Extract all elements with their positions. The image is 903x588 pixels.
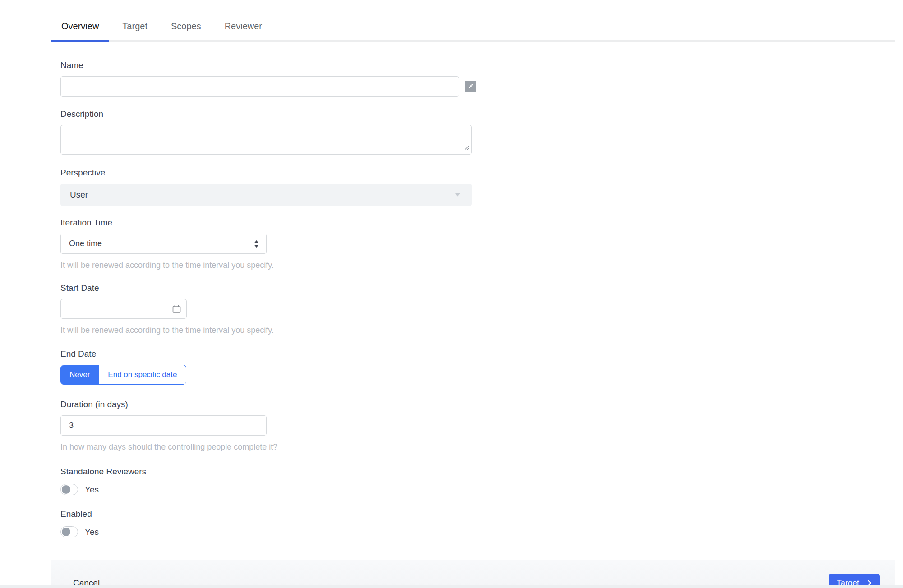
iteration-time-label: Iteration Time [60, 218, 903, 228]
standalone-reviewers-label: Standalone Reviewers [60, 467, 903, 477]
start-date-wrap [60, 299, 187, 319]
name-input[interactable] [60, 76, 459, 97]
edit-name-button[interactable] [465, 81, 476, 92]
name-row [60, 76, 903, 97]
perspective-label: Perspective [60, 168, 903, 178]
start-date-label: Start Date [60, 283, 903, 293]
enabled-row: Yes [60, 526, 903, 537]
up-down-stepper-icon [253, 240, 259, 248]
tab-target[interactable]: Target [112, 15, 157, 40]
tab-bar: Overview Target Scopes Reviewer [51, 15, 895, 42]
calendar-icon[interactable] [171, 304, 182, 314]
enabled-toggle-label: Yes [85, 527, 99, 537]
start-date-input[interactable] [60, 299, 187, 319]
standalone-reviewers-row: Yes [60, 484, 903, 495]
resize-handle-icon[interactable] [464, 144, 470, 152]
tab-overview[interactable]: Overview [51, 15, 109, 40]
name-label: Name [60, 60, 903, 70]
toggle-knob [62, 528, 70, 536]
toggle-knob [62, 485, 70, 494]
iteration-time-helper: It will be renewed according to the time… [60, 261, 903, 270]
end-date-label: End Date [60, 349, 903, 359]
enabled-toggle[interactable] [60, 526, 78, 537]
tab-reviewer[interactable]: Reviewer [215, 15, 272, 40]
description-textarea[interactable] [60, 125, 472, 155]
standalone-reviewers-toggle-label: Yes [85, 485, 99, 495]
form-footer: Cancel Target [51, 560, 895, 588]
review-form-page: Overview Target Scopes Reviewer Name Des… [0, 15, 903, 588]
form-content: Name Description [60, 60, 903, 537]
description-wrap [60, 125, 472, 155]
end-date-option-specific[interactable]: End on specific date [98, 365, 186, 384]
duration-input[interactable] [60, 415, 267, 436]
end-date-option-never[interactable]: Never [61, 365, 98, 384]
iteration-time-selected-value: One time [69, 239, 102, 248]
end-date-segmented-control: Never End on specific date [60, 365, 186, 385]
iteration-time-select[interactable]: One time [60, 234, 267, 254]
tab-scopes[interactable]: Scopes [161, 15, 211, 40]
description-label: Description [60, 109, 903, 119]
perspective-selected-value: User [70, 190, 88, 200]
standalone-reviewers-toggle[interactable] [60, 484, 78, 495]
pencil-icon [467, 83, 474, 90]
perspective-select[interactable]: User [60, 184, 472, 206]
duration-helper: In how many days should the controlling … [60, 442, 903, 452]
duration-label: Duration (in days) [60, 400, 903, 409]
start-date-helper: It will be renewed according to the time… [60, 326, 903, 335]
enabled-label: Enabled [60, 509, 903, 519]
chevron-down-icon [454, 193, 461, 197]
page-bottom-strip [0, 585, 903, 588]
